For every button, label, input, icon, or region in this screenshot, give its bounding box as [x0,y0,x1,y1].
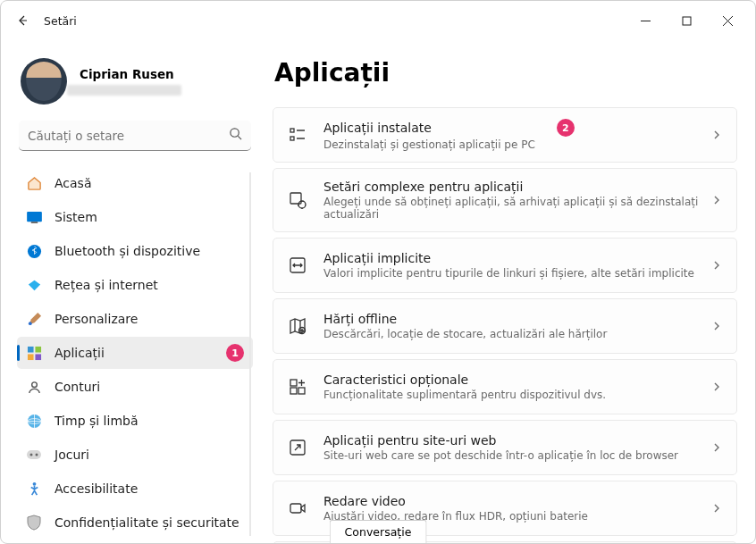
open-external-icon [288,438,307,457]
sidebar-item-label: Conturi [55,380,100,394]
plus-grid-icon [288,377,307,397]
window-title: Setări [44,14,77,28]
sidebar-item-bluetooth[interactable]: Bluetooth și dispozitive [17,235,253,267]
svg-rect-33 [290,504,301,513]
sidebar-item-gaming[interactable]: Jocuri [17,439,253,471]
close-button[interactable] [707,6,748,35]
apps-icon [26,345,42,361]
search-icon [229,127,242,144]
video-icon [288,498,307,518]
card-installed-apps[interactable]: Aplicații instalate 2 Dezinstalați și ge… [273,107,737,163]
svg-rect-10 [27,346,33,352]
sidebar-item-network[interactable]: Rețea și internet [17,269,253,301]
card-subtitle: Funcționalitate suplimentară pentru disp… [323,389,711,401]
conversation-tab[interactable]: Conversație [330,520,427,543]
sidebar-item-accounts[interactable]: Conturi [17,371,253,403]
card-subtitle: Descărcări, locație de stocare, actualiz… [323,328,711,340]
shield-icon [26,515,42,531]
sidebar: Ciprian Rusen Acasă Sistem [1,40,260,543]
sidebar-item-label: Jocuri [55,448,89,462]
svg-point-19 [36,454,38,456]
step-badge: 1 [226,344,244,362]
list-icon [288,125,307,145]
search-input[interactable] [28,129,229,143]
sidebar-item-label: Accesibilitate [55,481,138,496]
chevron-right-icon [711,257,722,274]
profile[interactable]: Ciprian Rusen [21,58,253,105]
sidebar-item-label: Acasă [55,176,91,190]
sidebar-item-accessibility[interactable]: Accesibilitate [17,473,253,505]
sidebar-item-label: Rețea și internet [55,278,158,292]
sidebar-item-home[interactable]: Acasă [17,167,253,199]
minimize-icon [641,16,651,26]
svg-point-4 [231,129,239,137]
card-apps-for-websites[interactable]: Aplicații pentru site-uri web Site-uri w… [273,420,737,475]
card-list: Aplicații instalate 2 Dezinstalați și ge… [273,107,737,543]
svg-point-14 [31,381,37,387]
svg-rect-11 [35,346,41,352]
maximize-icon [682,16,692,26]
svg-point-9 [28,322,31,325]
sidebar-item-privacy[interactable]: Confidențialitate și securitate [17,506,253,539]
sidebar-item-time-language[interactable]: Timp și limbă [17,405,253,437]
svg-point-18 [30,454,33,456]
card-subtitle: Valori implicite pentru tipurile de link… [323,267,711,280]
accessibility-icon [26,481,42,497]
card-title: Aplicații implicite [323,251,431,265]
sidebar-item-label: Aplicații [55,346,105,360]
sidebar-item-personalization[interactable]: Personalizare [17,303,253,335]
search-box[interactable] [19,121,251,151]
card-subtitle: Dezinstalați și gestionați aplicații pe … [323,138,711,151]
wifi-icon [26,277,42,293]
step-badge: 2 [557,119,575,137]
profile-name: Ciprian Rusen [80,67,181,81]
maximize-button[interactable] [666,6,707,35]
card-title: Aplicații instalate [323,121,432,135]
sidebar-item-label: Bluetooth și dispozitive [55,244,200,258]
svg-rect-12 [27,354,33,360]
gamepad-icon [26,447,42,463]
svg-rect-22 [290,137,294,140]
globe-icon [26,413,42,429]
card-offline-maps[interactable]: Hărți offline Descărcări, locație de sto… [273,298,737,354]
profile-email [67,85,181,96]
arrow-swap-icon [288,255,307,275]
card-advanced-app-settings[interactable]: Setări complexe pentru aplicații Alegeți… [273,168,737,232]
page-title: Aplicații [274,58,737,88]
card-title: Hărți offline [323,312,397,326]
brush-icon [26,311,42,327]
svg-rect-29 [290,380,297,386]
svg-rect-13 [35,354,41,360]
card-title: Caracteristici opționale [323,372,468,387]
svg-rect-21 [290,129,294,132]
card-subtitle: Alegeți unde să obțineți aplicații, să a… [323,196,711,221]
map-icon [288,316,307,336]
sidebar-item-apps[interactable]: Aplicații 1 [17,337,253,369]
card-subtitle: Site-uri web care se pot deschide într-o… [323,449,711,462]
chevron-right-icon [711,192,722,209]
sidebar-item-label: Timp și limbă [55,414,139,428]
sidebar-item-label: Personalizare [55,312,138,326]
svg-rect-7 [30,222,37,223]
card-optional-features[interactable]: Caracteristici opționale Funcționalitate… [273,359,737,414]
card-title: Redare video [323,494,406,508]
sidebar-item-system[interactable]: Sistem [17,201,253,233]
svg-rect-6 [27,212,42,222]
window-controls [625,6,748,35]
card-title: Setări complexe pentru aplicații [323,180,523,194]
svg-rect-31 [298,388,305,394]
svg-rect-1 [683,17,691,25]
avatar [21,58,67,105]
chevron-right-icon [711,318,722,335]
close-icon [723,16,733,26]
bluetooth-icon [26,243,42,259]
card-default-apps[interactable]: Aplicații implicite Valori implicite pen… [273,238,737,293]
minimize-button[interactable] [625,6,666,35]
app-gear-icon [288,190,307,210]
home-icon [26,175,42,191]
back-button[interactable] [8,6,37,35]
chevron-right-icon [711,379,722,396]
svg-point-26 [298,201,306,208]
chevron-right-icon [711,127,722,144]
chevron-right-icon [711,439,722,456]
